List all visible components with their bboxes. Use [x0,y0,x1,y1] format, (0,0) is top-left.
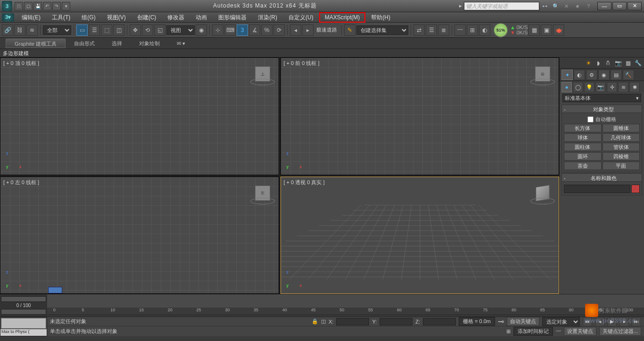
lock-icon[interactable]: 🔒 [312,318,318,325]
select-region-icon[interactable]: ⬚ [101,24,112,36]
mirror-tool-icon[interactable]: ⇄ [413,24,425,36]
manipulate-icon[interactable]: ⊹ [212,24,223,36]
geometry-cat-icon[interactable]: ● [561,82,572,92]
mirror-icon[interactable]: ✎ [344,24,355,36]
ribbon-expand-icon[interactable]: ✉ ▾ [168,39,194,48]
curve-editor-icon[interactable]: 〰 [454,24,466,36]
menu-group[interactable]: 组(G) [76,13,101,22]
spacewarps-cat-icon[interactable]: ≋ [618,82,628,92]
minimize-button[interactable]: — [597,2,611,10]
qat-open-icon[interactable]: ▢ [24,2,33,10]
setkey-button[interactable]: 设置关键点 [564,327,596,336]
help-search-input[interactable] [464,2,539,10]
binoculars-icon[interactable]: 👓 [541,2,549,10]
display-panel-icon[interactable]: ▦ [624,59,632,67]
ribbon-tab-graphite[interactable]: Graphite 建模工具 [6,39,66,48]
rollout-objtype-header[interactable]: -对象类型 [561,105,642,113]
rotate-icon[interactable]: ⟲ [142,24,153,36]
hierarchy-icon[interactable]: ⫚ [604,59,612,67]
link-icon[interactable]: 🔗 [2,24,13,36]
camera-panel-icon[interactable]: 📷 [614,59,622,67]
viewport-perspective[interactable]: [ + 0 透视 0 真实 ] zxy [281,177,560,294]
create-tab-icon[interactable]: ✦ [561,70,573,80]
pivot-icon[interactable]: ◉ [196,24,207,36]
app-menu-button[interactable]: 3▾ [2,13,14,22]
qat-undo-icon[interactable]: ↶ [43,2,51,10]
spinner-snap-icon[interactable]: ⟳ [273,24,285,36]
percent-snap-icon[interactable]: % [261,24,272,36]
viewcube-persp[interactable] [533,184,552,203]
render-frame-icon[interactable]: ▣ [541,24,552,36]
time-slider[interactable] [48,287,62,293]
play-icon[interactable]: ▶ [607,317,617,326]
next-frame-icon[interactable]: ▸ [619,317,629,326]
menu-edit[interactable]: 编辑(E) [16,13,46,22]
autogrid-checkbox[interactable] [587,116,594,122]
keyfilter-button[interactable]: 关键点过滤器... [599,327,641,336]
coord-z-input[interactable] [423,318,456,325]
utilities-tab-icon[interactable]: 🔨 [623,70,634,80]
snap-toggle-icon[interactable]: 3 [237,24,248,36]
layers-icon[interactable]: ≣ [438,24,449,36]
qat-redo-icon[interactable]: ↷ [52,2,61,10]
obj-torus-button[interactable]: 圆环 [564,152,602,161]
qat-save-icon[interactable]: 💾 [33,2,42,10]
obj-plane-button[interactable]: 平面 [603,162,640,170]
viewcube-left[interactable]: 左 [253,184,272,203]
menu-modifiers[interactable]: 修改器 [162,13,190,22]
ribbon-tab-selection[interactable]: 选择 [103,39,131,48]
coord-y-input[interactable] [380,318,413,325]
systems-cat-icon[interactable]: ✱ [629,82,640,92]
unlink-icon[interactable]: ⛓ [14,24,25,36]
star-icon[interactable]: ★ [573,2,582,10]
performance-gauge[interactable]: 51% [493,23,508,38]
light-icon[interactable]: ☀ [584,59,593,67]
obj-sphere-button[interactable]: 球体 [564,133,602,142]
viewport-front[interactable]: [ + 0 前 0 线框 ] 前 zxy [281,57,560,175]
obj-cone-button[interactable]: 圆锥体 [603,124,640,132]
move-icon[interactable]: ✥ [130,24,141,36]
material-editor-icon[interactable]: ◐ [479,24,490,36]
help-icon[interactable]: ? [584,2,593,10]
viewport-top[interactable]: [ + 0 顶 0 线框 ] 上 zxy [0,57,279,175]
rollout-namecolor-header[interactable]: -名称和颜色 [561,173,642,182]
utilities-icon[interactable]: 🔧 [634,59,642,67]
scale-icon[interactable]: ◱ [154,24,165,36]
schematic-icon[interactable]: ⊞ [467,24,478,36]
viewcube-front[interactable]: 前 [533,65,552,83]
obj-teapot-button[interactable]: 茶壶 [564,162,602,170]
window-crossing-icon[interactable]: ◫ [113,24,124,36]
render-setup-icon[interactable]: ▦ [528,24,540,36]
horizon-icon[interactable]: ◗ [594,59,603,67]
search-icon[interactable]: 🔍 [552,2,560,10]
app-menu-icon[interactable]: 3 [2,1,12,11]
menu-tools[interactable]: 工具(T) [46,13,76,22]
prev-frame-icon[interactable]: ◂ [595,317,604,326]
hierarchy-tab-icon[interactable]: ⚙ [586,70,597,80]
shapes-cat-icon[interactable]: ◯ [573,82,583,92]
ribbon-tab-objpaint[interactable]: 对象绘制 [131,39,168,48]
angle-snap-icon[interactable]: ∡ [249,24,260,36]
category-dropdown[interactable]: 标准基本体▾ [562,94,641,102]
cameras-cat-icon[interactable]: 📷 [595,82,606,92]
lights-cat-icon[interactable]: 💡 [584,82,594,92]
obj-cylinder-button[interactable]: 圆柱体 [564,143,602,151]
menu-animation[interactable]: 动画 [190,13,213,22]
obj-box-button[interactable]: 长方体 [564,124,602,132]
comm-icon[interactable]: ⊞ [506,328,511,334]
keyboard-icon[interactable]: ⌨ [224,24,236,36]
selection-filter-select[interactable]: 全部 [43,25,71,35]
track-scroll-2[interactable] [1,309,46,315]
maximize-button[interactable]: ▭ [612,2,627,10]
select-name-icon[interactable]: ☰ [89,24,100,36]
addtime-button[interactable]: 添加时间标记 [513,327,553,336]
object-name-input[interactable] [564,185,630,193]
obj-pyramid-button[interactable]: 四棱锥 [603,152,640,161]
track-scroll[interactable] [1,296,46,302]
menu-views[interactable]: 视图(V) [101,13,132,22]
menu-graph[interactable]: 图形编辑器 [213,13,252,22]
key-tangent-icon[interactable]: 〰 [556,328,561,334]
autokey-button[interactable]: 自动关键点 [507,317,539,326]
keymode-select[interactable]: 选定对象 [542,317,580,326]
selection-set-select[interactable]: 创建选择集 [356,25,408,35]
